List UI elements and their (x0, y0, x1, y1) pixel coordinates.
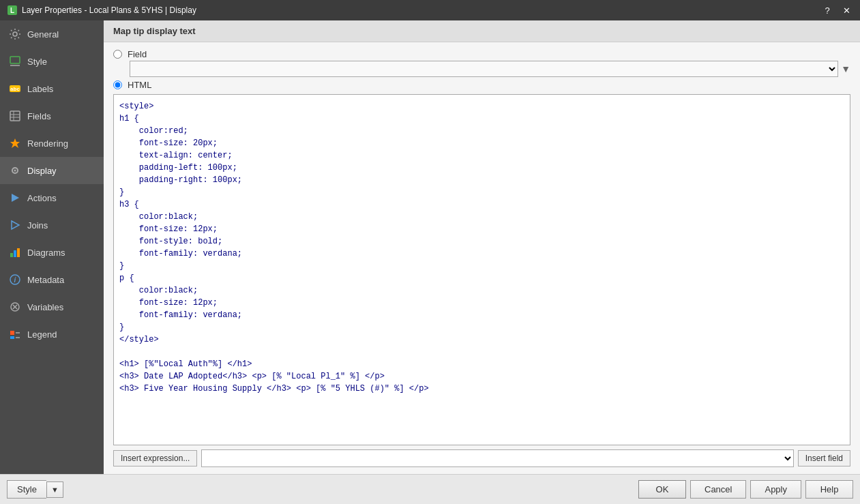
field-radio-row: Field (113, 49, 850, 59)
sidebar-label-rendering: Rendering (27, 138, 68, 149)
diagrams-icon (8, 246, 22, 259)
html-radio[interactable] (113, 80, 122, 89)
svg-point-2 (13, 32, 17, 36)
sidebar-label-display: Display (27, 166, 57, 176)
sidebar-label-actions: Actions (27, 193, 57, 203)
rendering-icon (8, 136, 22, 150)
style-dropdown-button[interactable]: ▼ (46, 481, 63, 498)
sidebar-label-metadata: Metadata (27, 275, 64, 285)
legend-icon (8, 327, 22, 341)
field-dropdown-row: ▼ (130, 61, 850, 77)
insert-field-button[interactable]: Insert field (798, 450, 850, 466)
sidebar-item-metadata[interactable]: i Metadata (0, 266, 104, 293)
sidebar-label-style: Style (27, 57, 47, 67)
svg-rect-23 (10, 331, 14, 335)
title-bar: L Layer Properties - Local Plans & 5YHS … (0, 0, 860, 20)
insert-field-select[interactable] (201, 449, 793, 467)
svg-rect-3 (10, 57, 20, 63)
sidebar-item-joins[interactable]: Joins (0, 211, 104, 239)
sidebar-item-style[interactable]: Style (0, 48, 104, 75)
svg-rect-15 (10, 253, 13, 257)
actions-icon (8, 191, 22, 205)
content-area: Map tip display text Field ▼ HTML (104, 20, 860, 474)
sidebar-item-general[interactable]: General (0, 20, 104, 48)
ok-button[interactable]: OK (638, 480, 686, 499)
apply-button[interactable]: Apply (750, 480, 801, 499)
help-dialog-button[interactable]: Help (805, 480, 853, 499)
field-radio[interactable] (113, 50, 122, 59)
app-icon: L (7, 5, 18, 16)
sidebar-item-actions[interactable]: Actions (0, 184, 104, 211)
sidebar-label-legend: Legend (27, 329, 57, 340)
cancel-button[interactable]: Cancel (690, 480, 746, 499)
style-icon (8, 55, 22, 68)
sidebar-item-fields[interactable]: Fields (0, 102, 104, 130)
svg-text:abc: abc (10, 86, 20, 92)
labels-icon: abc (8, 82, 22, 95)
sidebar-label-diagrams: Diagrams (27, 248, 65, 258)
sidebar-label-joins: Joins (27, 220, 48, 231)
sidebar-item-legend[interactable]: Legend (0, 321, 104, 348)
code-editor[interactable]: <style> h1 { color:red; font-size: 20px;… (113, 94, 850, 445)
window-title: Layer Properties - Local Plans & 5YHS | … (22, 5, 196, 15)
field-radio-label[interactable]: Field (128, 49, 147, 59)
svg-rect-7 (10, 111, 20, 121)
sidebar-label-variables: Variables (27, 302, 63, 312)
html-radio-row: HTML (113, 80, 850, 90)
help-button[interactable]: ? (820, 3, 834, 17)
svg-rect-16 (14, 250, 16, 257)
style-button[interactable]: Style (7, 480, 46, 499)
main-container: General Style abc Labels (0, 20, 860, 474)
display-content: Field ▼ HTML <style> h1 { color:red; fon… (104, 42, 860, 474)
sidebar-item-labels[interactable]: abc Labels (0, 75, 104, 102)
section-header: Map tip display text (104, 20, 860, 42)
sidebar-label-general: General (27, 29, 59, 40)
sidebar-item-display[interactable]: Display (0, 157, 104, 184)
sidebar-item-variables[interactable]: Variables (0, 293, 104, 321)
svg-rect-17 (17, 248, 20, 257)
svg-text:i: i (14, 276, 16, 284)
display-icon (8, 164, 22, 177)
insert-row: Insert expression... Insert field (113, 449, 850, 467)
close-button[interactable]: ✕ (840, 3, 853, 17)
sidebar-item-rendering[interactable]: Rendering (0, 130, 104, 157)
svg-rect-25 (10, 336, 14, 339)
sidebar-label-labels: Labels (27, 84, 53, 94)
html-radio-label[interactable]: HTML (128, 80, 151, 90)
gear-icon (8, 27, 22, 41)
field-dropdown[interactable] (130, 61, 838, 77)
bottom-right-buttons: OK Cancel Apply Help (638, 480, 853, 499)
title-bar-left: L Layer Properties - Local Plans & 5YHS … (7, 5, 196, 16)
title-bar-controls: ? ✕ (820, 3, 853, 17)
sidebar-label-fields: Fields (27, 111, 51, 121)
fields-icon (8, 109, 22, 123)
html-editor-container: <style> h1 { color:red; font-size: 20px;… (113, 94, 850, 445)
joins-icon (8, 218, 22, 232)
variables-icon (8, 300, 22, 314)
metadata-icon: i (8, 273, 22, 286)
field-dropdown-arrow[interactable]: ▼ (841, 63, 850, 74)
sidebar: General Style abc Labels (0, 20, 104, 474)
insert-expression-button[interactable]: Insert expression... (113, 450, 197, 466)
svg-marker-13 (12, 194, 19, 202)
bottom-bar: Style ▼ OK Cancel Apply Help (0, 474, 860, 504)
style-button-group: Style ▼ (7, 480, 63, 499)
svg-point-12 (14, 170, 16, 172)
svg-text:L: L (10, 7, 14, 14)
sidebar-item-diagrams[interactable]: Diagrams (0, 239, 104, 266)
svg-marker-14 (12, 221, 19, 229)
